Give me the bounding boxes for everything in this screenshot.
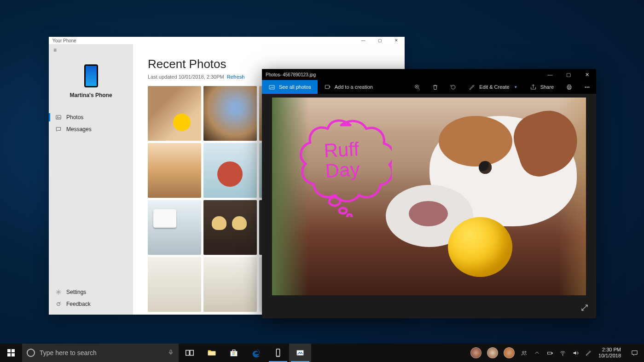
zoom-icon <box>414 84 421 91</box>
maximize-button[interactable]: ▢ <box>371 37 388 44</box>
nav-feedback[interactable]: Feedback <box>49 298 133 310</box>
svg-rect-4 <box>269 85 274 89</box>
photo-thumbnail[interactable] <box>203 143 257 198</box>
mic-button[interactable] <box>168 349 174 357</box>
share-button[interactable]: Share <box>523 80 560 94</box>
svg-point-2 <box>58 291 59 293</box>
print-icon <box>566 84 573 91</box>
chevron-down-icon: ▾ <box>515 85 517 89</box>
tray-overflow-button[interactable] <box>530 344 543 362</box>
photo-thumbnail[interactable] <box>148 86 201 141</box>
rotate-button[interactable] <box>444 80 462 94</box>
edit-create-button[interactable]: Edit & Create ▾ <box>462 80 523 94</box>
store-button[interactable] <box>223 344 245 362</box>
svg-rect-9 <box>568 87 570 89</box>
wifi-indicator[interactable] <box>556 344 569 362</box>
edge-button[interactable] <box>245 344 267 362</box>
add-album-icon <box>324 84 331 91</box>
more-button[interactable] <box>578 80 596 94</box>
zoom-button[interactable] <box>408 80 426 94</box>
minimize-button[interactable]: — <box>541 69 559 80</box>
svg-rect-8 <box>568 85 570 86</box>
refresh-link[interactable]: Refresh <box>227 74 245 80</box>
dog-illustration <box>479 161 492 174</box>
rotate-icon <box>450 84 457 91</box>
close-button[interactable]: ✕ <box>578 69 596 80</box>
ink-workspace-button[interactable] <box>582 344 595 362</box>
hamburger-icon[interactable]: ≡ <box>49 44 133 56</box>
maximize-button[interactable]: ▢ <box>559 69 578 80</box>
cortana-icon <box>27 349 35 357</box>
people-avatar[interactable] <box>487 347 498 358</box>
collection-icon <box>268 84 275 91</box>
feedback-icon <box>55 301 62 307</box>
svg-point-1 <box>57 116 58 117</box>
nav-settings[interactable]: Settings <box>49 286 133 298</box>
delete-button[interactable] <box>426 80 444 94</box>
photo-thumbnail[interactable] <box>203 86 257 141</box>
minimize-button[interactable]: — <box>355 37 371 44</box>
folder-icon <box>207 348 217 358</box>
svg-rect-19 <box>12 353 15 356</box>
nav-messages[interactable]: Messages <box>49 123 133 135</box>
file-explorer-button[interactable] <box>201 344 223 362</box>
battery-indicator[interactable] <box>543 344 556 362</box>
mic-icon <box>168 349 174 356</box>
message-icon <box>55 126 62 132</box>
svg-rect-18 <box>7 353 11 356</box>
nav-messages-label: Messages <box>66 126 92 132</box>
svg-rect-26 <box>232 354 233 355</box>
volume-indicator[interactable] <box>569 344 582 362</box>
svg-rect-20 <box>170 350 172 352</box>
gear-icon <box>55 289 62 295</box>
print-button[interactable] <box>560 80 578 94</box>
svg-rect-22 <box>190 351 193 356</box>
svg-rect-17 <box>12 349 15 352</box>
last-updated-text: Last updated 10/01/2018, 2:30PM <box>148 74 224 80</box>
photo-canvas[interactable]: Ruff Day <box>272 98 586 295</box>
photo-thumbnail[interactable] <box>148 257 201 312</box>
people-avatar[interactable] <box>470 347 482 358</box>
photos-toolbar: See all photos Add to a creation Edit & … <box>262 80 596 94</box>
photos-taskbar-button[interactable] <box>289 344 311 362</box>
edit-create-label: Edit & Create <box>479 84 509 90</box>
photo-thumbnail[interactable] <box>148 200 201 255</box>
svg-rect-16 <box>7 349 11 352</box>
taskbar-search[interactable]: Type here to search <box>22 344 179 362</box>
photo-thumbnail[interactable] <box>148 143 201 198</box>
edit-icon <box>469 84 476 91</box>
svg-point-15 <box>347 214 352 217</box>
volume-icon <box>572 350 579 356</box>
ball-illustration <box>448 217 512 277</box>
people-avatar[interactable] <box>504 347 515 358</box>
svg-point-31 <box>522 351 524 353</box>
svg-rect-5 <box>325 85 329 89</box>
photo-thumbnail[interactable] <box>203 200 257 255</box>
windows-icon <box>7 349 15 356</box>
notification-icon <box>631 349 638 357</box>
your-phone-taskbar-button[interactable] <box>267 344 289 362</box>
nav-photos[interactable]: Photos <box>49 111 133 123</box>
svg-rect-24 <box>232 352 233 353</box>
photos-app-icon <box>295 348 305 358</box>
close-button[interactable]: ✕ <box>388 37 405 44</box>
clock-time: 2:30 PM <box>598 347 621 353</box>
svg-rect-23 <box>231 351 238 356</box>
photo-thumbnail[interactable] <box>203 257 257 312</box>
dog-illustration <box>409 201 448 226</box>
start-button[interactable] <box>0 344 22 362</box>
search-placeholder: Type here to search <box>40 349 97 356</box>
add-to-creation-button[interactable]: Add to a creation <box>318 80 379 94</box>
nav-settings-label: Settings <box>66 289 86 295</box>
action-center-button[interactable] <box>625 344 644 362</box>
share-icon <box>530 84 537 91</box>
taskbar-clock[interactable]: 2:30 PM 10/1/2018 <box>595 347 625 358</box>
svg-point-14 <box>339 208 347 213</box>
phone-icon <box>84 64 98 87</box>
task-view-button[interactable] <box>179 344 201 362</box>
nav-feedback-label: Feedback <box>66 301 91 307</box>
taskbar: Type here to search <box>0 344 644 362</box>
see-all-photos-button[interactable]: See all photos <box>262 80 318 94</box>
people-button[interactable] <box>517 344 530 362</box>
fullscreen-button[interactable] <box>580 304 589 314</box>
